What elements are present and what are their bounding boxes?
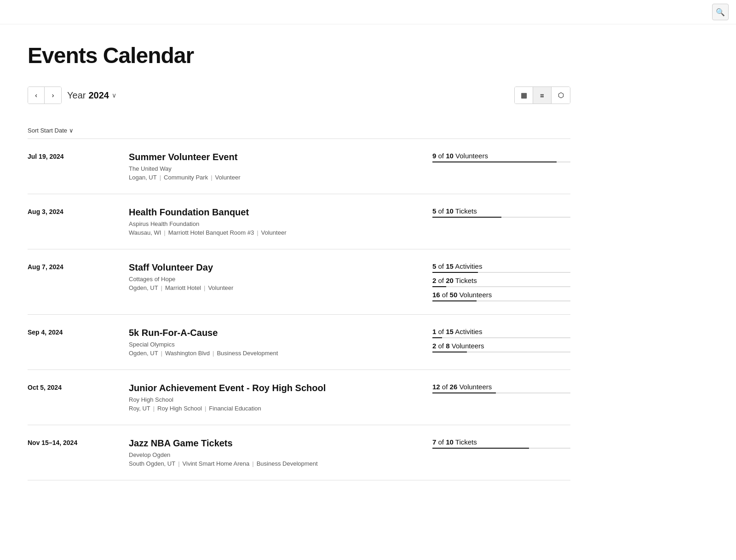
search-icon: 🔍: [716, 8, 725, 17]
event-location: Roy, UT: [129, 405, 150, 412]
event-info: Jazz NBA Game TicketsDevelop OgdenSouth …: [129, 438, 423, 467]
event-stats: 5 of 10 Tickets: [432, 207, 570, 218]
event-org: The United Way: [129, 165, 423, 172]
list-view-button[interactable]: ≡: [533, 87, 552, 104]
meta-separator: |: [204, 284, 205, 291]
meta-separator: |: [213, 350, 214, 357]
event-info: Junior Achievement Event - Roy High Scho…: [129, 383, 423, 412]
event-name: 5k Run-For-A-Cause: [129, 328, 423, 338]
event-type: Volunteer: [215, 174, 241, 181]
stat-item: 16 of 50 Volunteers: [432, 291, 570, 301]
stat-bar-fill: [432, 217, 501, 218]
event-info: 5k Run-For-A-CauseSpecial OlympicsOgden,…: [129, 328, 423, 357]
stat-bar: [432, 272, 570, 273]
stat-text: 12 of 26 Volunteers: [432, 383, 570, 391]
stat-bar: [432, 448, 570, 449]
calendar-view-button[interactable]: ▦: [515, 87, 533, 104]
stat-bar-fill: [432, 393, 496, 393]
event-type: Business Development: [217, 350, 278, 357]
search-button[interactable]: 🔍: [712, 4, 729, 20]
event-meta: Roy, UT|Roy High School|Financial Educat…: [129, 405, 423, 412]
event-meta: Ogden, UT|Marriott Hotel|Volunteer: [129, 284, 423, 291]
stat-item: 12 of 26 Volunteers: [432, 383, 570, 393]
sort-label-text: Sort Start Date: [28, 127, 67, 134]
sort-chevron-icon: ∨: [69, 127, 74, 134]
stat-item: 2 of 8 Volunteers: [432, 342, 570, 352]
year-label: Year: [67, 90, 86, 101]
stat-bar: [432, 300, 570, 301]
sort-button[interactable]: Sort Start Date ∨: [28, 127, 74, 134]
event-date: Oct 5, 2024: [28, 383, 120, 391]
meta-separator: |: [257, 229, 258, 236]
chevron-down-icon: ∨: [112, 92, 116, 99]
event-name: Junior Achievement Event - Roy High Scho…: [129, 383, 423, 393]
event-date: Jul 19, 2024: [28, 152, 120, 160]
stat-bar: [432, 352, 570, 352]
event-venue: Community Park: [164, 174, 208, 181]
event-meta: South Ogden, UT|Vivint Smart Home Arena|…: [129, 460, 423, 467]
meta-separator: |: [153, 405, 155, 412]
stat-text: 5 of 10 Tickets: [432, 207, 570, 215]
event-info: Health Foundation BanquetAspirus Health …: [129, 207, 423, 236]
stat-text: 16 of 50 Volunteers: [432, 291, 570, 299]
stat-bar: [432, 337, 570, 338]
stat-bar: [432, 217, 570, 218]
stat-text: 9 of 10 Volunteers: [432, 152, 570, 160]
stat-item: 1 of 15 Activities: [432, 328, 570, 338]
event-row[interactable]: Sep 4, 20245k Run-For-A-CauseSpecial Oly…: [28, 315, 570, 370]
prev-button[interactable]: ‹: [28, 87, 45, 104]
event-type: Volunteer: [208, 284, 233, 291]
event-info: Summer Volunteer EventThe United WayLoga…: [129, 152, 423, 181]
calendar-controls: ‹ › Year 2024 ∨ ▦ ≡ ⬡: [28, 87, 570, 104]
year-value: 2024: [88, 90, 109, 101]
stat-text: 2 of 20 Tickets: [432, 277, 570, 284]
stat-item: 7 of 10 Tickets: [432, 438, 570, 449]
stat-bar-fill: [432, 286, 446, 287]
event-row[interactable]: Aug 3, 2024Health Foundation BanquetAspi…: [28, 194, 570, 249]
event-org: Roy High School: [129, 396, 423, 403]
event-row[interactable]: Aug 7, 2024Staff Volunteer DayCottages o…: [28, 249, 570, 315]
event-row[interactable]: Oct 5, 2024Junior Achievement Event - Ro…: [28, 370, 570, 425]
event-row[interactable]: Jul 19, 2024Summer Volunteer EventThe Un…: [28, 139, 570, 194]
event-row[interactable]: Nov 15–14, 2024Jazz NBA Game TicketsDeve…: [28, 425, 570, 480]
event-stats: 7 of 10 Tickets: [432, 438, 570, 449]
view-toggle: ▦ ≡ ⬡: [514, 87, 570, 104]
meta-separator: |: [211, 174, 212, 181]
stat-item: 5 of 15 Activities: [432, 262, 570, 273]
stat-text: 1 of 15 Activities: [432, 328, 570, 335]
stat-bar-fill: [432, 352, 467, 352]
event-location: South Ogden, UT: [129, 460, 175, 467]
year-selector[interactable]: Year 2024 ∨: [67, 90, 116, 101]
meta-separator: |: [161, 350, 162, 357]
stat-bar: [432, 162, 570, 162]
event-org: Special Olympics: [129, 341, 423, 348]
stat-bar-fill: [432, 300, 477, 301]
event-type: Business Development: [257, 460, 318, 467]
stat-item: 9 of 10 Volunteers: [432, 152, 570, 162]
event-name: Jazz NBA Game Tickets: [129, 438, 423, 449]
event-stats: 5 of 15 Activities2 of 20 Tickets16 of 5…: [432, 262, 570, 301]
event-meta: Ogden, UT|Washington Blvd|Business Devel…: [129, 350, 423, 357]
left-controls: ‹ › Year 2024 ∨: [28, 87, 116, 104]
event-meta: Logan, UT|Community Park|Volunteer: [129, 174, 423, 181]
stat-text: 5 of 15 Activities: [432, 262, 570, 270]
event-info: Staff Volunteer DayCottages of HopeOgden…: [129, 262, 423, 291]
event-venue: Marriott Hotel Banquet Room #3: [168, 229, 254, 236]
event-date: Nov 15–14, 2024: [28, 438, 120, 446]
stat-bar-fill: [432, 448, 529, 449]
meta-separator: |: [178, 460, 179, 467]
event-venue: Marriott Hotel: [165, 284, 201, 291]
event-stats: 12 of 26 Volunteers: [432, 383, 570, 393]
stat-bar-fill: [432, 337, 442, 338]
event-date: Aug 3, 2024: [28, 207, 120, 215]
meta-separator: |: [164, 229, 165, 236]
event-name: Summer Volunteer Event: [129, 152, 423, 162]
event-location: Ogden, UT: [129, 350, 158, 357]
event-venue: Washington Blvd: [165, 350, 210, 357]
sort-row: Sort Start Date ∨: [28, 122, 570, 139]
map-view-button[interactable]: ⬡: [552, 87, 570, 104]
next-button[interactable]: ›: [45, 87, 61, 104]
meta-separator: |: [205, 405, 206, 412]
event-venue: Roy High School: [157, 405, 202, 412]
meta-separator: |: [252, 460, 253, 467]
